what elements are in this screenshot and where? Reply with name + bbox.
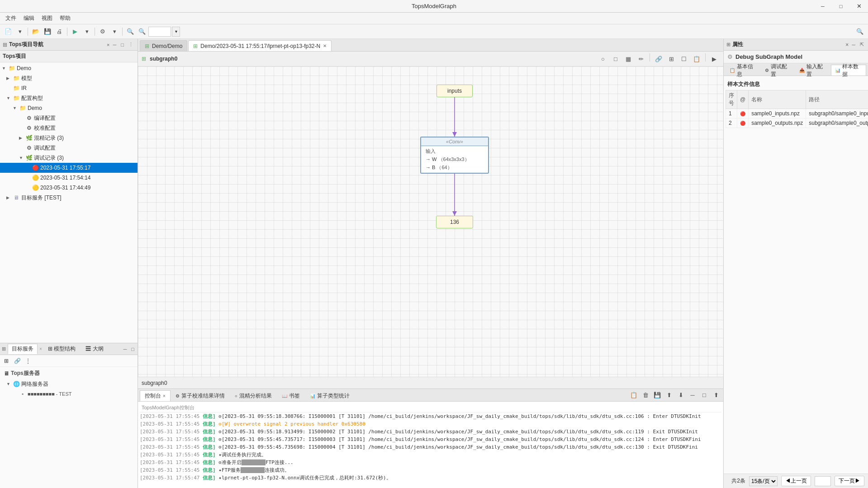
console-save-btn[interactable]: 💾 bbox=[652, 389, 663, 400]
right-tab-debug[interactable]: ⚙ 调试配置 bbox=[761, 65, 795, 76]
graph-btn-5[interactable]: 🔗 bbox=[653, 53, 664, 64]
console-tab-bookmark[interactable]: 📖 书签 bbox=[277, 390, 305, 401]
bottom-left-panel: ⊞ 目标服务 × ⊞ 模型结构 ☰ 大纲 ─ □ ⊞ 🔗 ⋮ 🖥 Tops服务器 bbox=[0, 343, 138, 488]
project-panel-min[interactable]: ─ bbox=[112, 42, 118, 48]
console-content[interactable]: TopsModelGraph控制台 [2023-05-31 17:55:45 信… bbox=[138, 402, 723, 488]
console-max[interactable]: □ bbox=[699, 389, 710, 400]
right-panel-close[interactable]: × bbox=[845, 42, 849, 48]
bottom-left-max[interactable]: □ bbox=[130, 346, 136, 352]
menu-help[interactable]: 帮助 bbox=[56, 13, 74, 24]
sample-row-2[interactable]: 2 🔴 sample0_outputs.npz subgraph0/sample… bbox=[726, 118, 868, 128]
console-tab-mixed[interactable]: ○ 混精分析结果 bbox=[230, 390, 277, 401]
tree-item-log1[interactable]: ▶ 🔴 2023-05-31 17:55:17 bbox=[0, 163, 138, 173]
right-panel-footer: 共2条 15条/页 30条/页 ◀上一页 1 下一页▶ bbox=[724, 474, 868, 488]
settings-dropdown[interactable]: ▾ bbox=[109, 26, 120, 37]
tab-demo-demo[interactable]: ⊞ Demo/Demo bbox=[140, 40, 187, 51]
graph-btn-3[interactable]: ▦ bbox=[623, 53, 634, 64]
tree-item-model[interactable]: ▶ 📁 模型 bbox=[0, 73, 138, 83]
project-panel-menu[interactable]: ⋮ bbox=[127, 41, 135, 48]
tree-item-compile[interactable]: ▶ ⚙ 编译配置 bbox=[0, 113, 138, 123]
tree-item-debug-config[interactable]: ▶ ⚙ 调试配置 bbox=[0, 143, 138, 153]
node-conv[interactable]: «Conv» 输入 → W （64x3x3x3） → B （64） bbox=[420, 137, 489, 174]
tab-debug-active[interactable]: ⊞ Demo/2023-05-31 17:55:17/lprnet-pt-op1… bbox=[188, 40, 332, 51]
console-tab-main[interactable]: 控制台 × bbox=[140, 390, 171, 401]
close-button[interactable]: ✕ bbox=[850, 0, 868, 12]
tree-item-demo-config[interactable]: ▼ 📁 Demo bbox=[0, 103, 138, 113]
prev-page-button[interactable]: ◀上一页 bbox=[781, 476, 811, 486]
bottom-left-expand[interactable]: ⊞ bbox=[2, 356, 11, 365]
server-item-label: ■■■■■■■■■ - TEST bbox=[28, 391, 72, 397]
node-output[interactable]: 136 bbox=[436, 216, 473, 228]
tree-item-log3[interactable]: ▶ 🟡 2023-05-31 17:44:49 bbox=[0, 183, 138, 193]
right-tab-input[interactable]: 📥 输入配置 bbox=[795, 65, 830, 76]
minimize-button[interactable]: ─ bbox=[814, 0, 832, 12]
graph-btn-6[interactable]: ⊞ bbox=[666, 53, 677, 64]
sample-row-1[interactable]: 1 🔴 sample0_inputs.npz subgraph0/sample0… bbox=[726, 109, 868, 118]
console-restore[interactable]: ⬆ bbox=[711, 389, 721, 400]
arrow-mixed-log: ▶ bbox=[19, 136, 25, 140]
print-button[interactable]: 🖨 bbox=[54, 26, 65, 37]
open-dropdown[interactable]: ▾ bbox=[14, 26, 25, 37]
tree-item-debug-log[interactable]: ▼ 🌿 调试记录 (3) bbox=[0, 153, 138, 163]
right-tab-sample[interactable]: 📊 样本数据 bbox=[831, 65, 866, 76]
graph-canvas[interactable]: inputs «Conv» 输入 → W （64x3x3x3） bbox=[138, 66, 723, 377]
new-button[interactable]: 📄 bbox=[3, 26, 14, 37]
open-button[interactable]: 📂 bbox=[30, 26, 41, 37]
page-input[interactable]: 1 bbox=[815, 476, 831, 486]
console-tab-stats[interactable]: 📊 算子类型统计 bbox=[305, 390, 355, 401]
menu-edit[interactable]: 编辑 bbox=[20, 13, 38, 24]
zoom-in-button[interactable]: 🔍 bbox=[125, 26, 136, 37]
console-clear-btn[interactable]: 🗑 bbox=[640, 389, 651, 400]
tree-item-ir[interactable]: ▶ 📁 IR bbox=[0, 83, 138, 93]
console-min[interactable]: ─ bbox=[687, 389, 698, 400]
search-button[interactable]: 🔍 bbox=[854, 26, 865, 37]
run-button[interactable]: ▶ bbox=[70, 26, 81, 37]
bottom-left-more[interactable]: ⋮ bbox=[24, 356, 33, 365]
tab-model-struct[interactable]: ⊞ 模型结构 bbox=[44, 344, 80, 354]
console-down-btn[interactable]: ⬇ bbox=[675, 389, 686, 400]
graph-btn-8[interactable]: 📋 bbox=[691, 53, 702, 64]
node-inputs[interactable]: inputs bbox=[436, 85, 473, 97]
tree-item-log2[interactable]: ▶ 🟡 2023-05-31 17:54:14 bbox=[0, 173, 138, 183]
zoom-input[interactable]: 100% bbox=[148, 27, 171, 37]
tree-item-mixed-log[interactable]: ▶ 🌿 混精记录 (3) bbox=[0, 133, 138, 143]
project-panel-close[interactable]: × bbox=[107, 42, 109, 47]
zoom-dropdown[interactable]: ▾ bbox=[172, 27, 180, 37]
graph-btn-1[interactable]: ○ bbox=[598, 53, 608, 64]
tree-item-calibrate[interactable]: ▶ ⚙ 校准配置 bbox=[0, 123, 138, 133]
next-page-button[interactable]: 下一页▶ bbox=[835, 476, 864, 486]
graph-btn-4[interactable]: ✏ bbox=[636, 53, 646, 64]
console-copy-btn[interactable]: 📋 bbox=[628, 389, 639, 400]
graph-scroll-right[interactable]: ▶ bbox=[709, 53, 720, 64]
tab-outline[interactable]: ☰ 大纲 bbox=[81, 344, 107, 354]
bottom-left-min[interactable]: ─ bbox=[122, 346, 128, 352]
graph-title: subgraph0 bbox=[150, 56, 594, 62]
run-dropdown[interactable]: ▾ bbox=[81, 26, 92, 37]
right-panel-min[interactable]: ─ bbox=[850, 42, 857, 48]
arrow-demo-config: ▼ bbox=[13, 106, 19, 110]
console-tab-close-main[interactable]: × bbox=[163, 393, 166, 398]
right-panel-detach[interactable]: ⇱ bbox=[859, 41, 865, 48]
tree-item-server-item[interactable]: ▶ ▪ ■■■■■■■■■ - TEST bbox=[0, 389, 138, 399]
right-tab-basic[interactable]: 📋 基本信息 bbox=[726, 65, 761, 76]
restore-button[interactable]: □ bbox=[832, 0, 850, 12]
bottom-left-connect[interactable]: 🔗 bbox=[13, 356, 22, 365]
graph-btn-2[interactable]: □ bbox=[610, 53, 621, 64]
console-tab-calibrate[interactable]: ⚙ 算子校准结果详情 bbox=[171, 390, 230, 401]
menu-view[interactable]: 视图 bbox=[38, 13, 56, 24]
save-button[interactable]: 💾 bbox=[42, 26, 53, 37]
zoom-out-button[interactable]: 🔍 bbox=[137, 26, 147, 37]
tree-item-target-service[interactable]: ▶ 🖥 目标服务 [TEST] bbox=[0, 193, 138, 203]
footer-per-page[interactable]: 15条/页 30条/页 bbox=[749, 476, 778, 486]
settings-button[interactable]: ⚙ bbox=[97, 26, 108, 37]
tab-target-service[interactable]: 目标服务 bbox=[8, 344, 38, 354]
tree-item-config-model[interactable]: ▼ 📁 配置构型 bbox=[0, 93, 138, 103]
graph-btn-7[interactable]: ☐ bbox=[678, 53, 689, 64]
project-panel-max[interactable]: □ bbox=[119, 42, 125, 48]
tree-item-network-server[interactable]: ▼ 🌐 网络服务器 bbox=[0, 379, 138, 389]
tab-close-debug[interactable]: ✕ bbox=[323, 43, 327, 48]
tree-item-demo[interactable]: ▼ 📁 Demo bbox=[0, 63, 138, 73]
title-bar: TopsModelGraph ─ □ ✕ bbox=[0, 0, 868, 13]
console-up-btn[interactable]: ⬆ bbox=[664, 389, 674, 400]
menu-file[interactable]: 文件 bbox=[2, 13, 20, 24]
